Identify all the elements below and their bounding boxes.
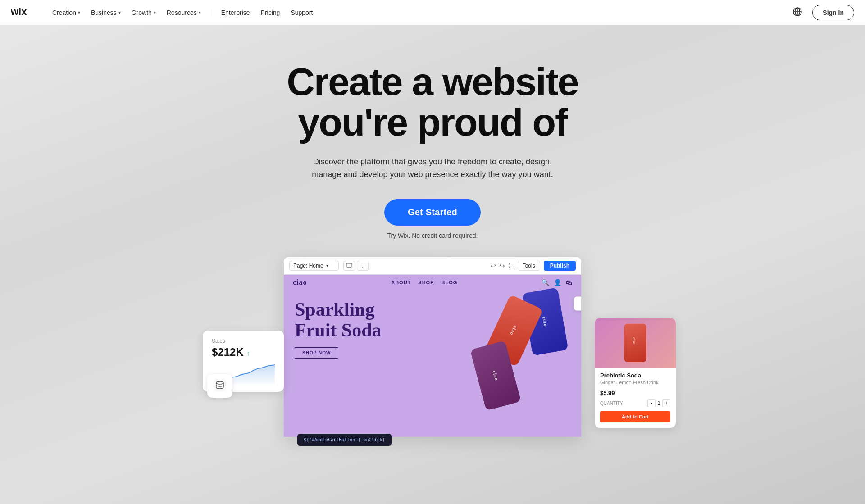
view-buttons (343, 261, 369, 271)
hero-note: Try Wix. No credit card required. (387, 232, 478, 239)
url-bar: 🔒 https://www.ciaodrinks.com (574, 296, 581, 311)
cart-icon: 🛍 (566, 279, 572, 286)
preview-nav-icons: 🔍 👤 🛍 (542, 279, 572, 286)
database-icon-card (207, 374, 232, 398)
preview-nav-links: ABOUT SHOP BLOG (391, 280, 457, 285)
product-name: Prebiotic Soda (600, 372, 670, 379)
chevron-down-icon: ▾ (118, 10, 121, 15)
nav-right: Sign In (790, 4, 854, 21)
quantity-minus-button[interactable]: - (647, 399, 656, 407)
product-image: ciao (595, 318, 676, 368)
nav-item-enterprise[interactable]: Enterprise (217, 6, 255, 19)
chevron-down-icon: ▾ (154, 10, 156, 15)
cans-decoration: ciao ciao ciao (442, 286, 577, 437)
lock-icon: 🔒 (580, 301, 581, 307)
product-price: $5.99 (595, 390, 676, 396)
hero-subtitle: Discover the platform that gives you the… (311, 155, 554, 182)
nav-item-growth[interactable]: Growth ▾ (127, 6, 160, 19)
nav-item-business[interactable]: Business ▾ (86, 6, 125, 19)
preview-logo: ciao (293, 278, 307, 286)
fullscreen-button[interactable]: ⛶ (509, 263, 514, 269)
browser-mockup-wrapper: Sales $212K ↑ (0, 257, 865, 437)
desktop-view-button[interactable] (343, 261, 355, 271)
add-to-cart-button[interactable]: Add to Cart (600, 411, 670, 422)
quantity-value: 1 (657, 400, 660, 406)
preview-shop-button: SHOP NOW (295, 347, 338, 359)
website-preview: ciao ABOUT SHOP BLOG 🔍 👤 🛍 (284, 275, 581, 437)
sales-value: $212K ↑ (212, 346, 275, 359)
mobile-view-button[interactable] (357, 261, 369, 271)
product-description: Ginger Lemon Fresh Drink (600, 380, 670, 385)
preview-headline: Sparkling Fruit Soda (295, 299, 407, 341)
hero-section: Create a website you're proud of Discove… (0, 25, 865, 504)
chevron-down-icon: ▾ (199, 10, 201, 15)
sign-in-button[interactable]: Sign In (812, 5, 854, 20)
quantity-plus-button[interactable]: + (662, 399, 670, 407)
page-selector[interactable]: Page: Home ▾ (289, 261, 339, 271)
hero-title: Create a website you're proud of (287, 61, 578, 143)
language-selector-button[interactable] (790, 4, 805, 21)
sales-trend-icon: ↑ (246, 350, 250, 357)
search-icon: 🔍 (542, 279, 549, 286)
chevron-down-icon: ▾ (78, 10, 80, 15)
browser-frame: Page: Home ▾ ↩ ↪ (284, 257, 581, 437)
wix-logo[interactable]: wix (11, 7, 33, 18)
nav-item-resources[interactable]: Resources ▾ (162, 6, 205, 19)
publish-button[interactable]: Publish (544, 261, 576, 271)
product-can-mini: ciao (624, 324, 646, 362)
nav-main-items: Creation ▾ Business ▾ Growth ▾ Resources… (48, 6, 790, 19)
preview-nav-about: ABOUT (391, 280, 411, 285)
quantity-controls: - 1 + (647, 399, 670, 407)
user-icon: 👤 (554, 279, 561, 286)
sales-label: Sales (212, 338, 275, 344)
nav-item-support[interactable]: Support (286, 6, 317, 19)
nav-item-creation[interactable]: Creation ▾ (48, 6, 85, 19)
chevron-down-icon: ▾ (326, 263, 328, 268)
redo-button[interactable]: ↪ (500, 262, 505, 269)
svg-rect-7 (346, 263, 352, 267)
navbar: wix Creation ▾ Business ▾ Growth ▾ Resou… (0, 0, 865, 25)
quantity-label: QUANTITY (600, 401, 623, 406)
browser-toolbar: Page: Home ▾ ↩ ↪ (284, 257, 581, 275)
nav-item-pricing[interactable]: Pricing (256, 6, 285, 19)
preview-nav-blog: BLOG (442, 280, 458, 285)
product-card: ciao Prebiotic Soda Ginger Lemon Fresh D… (595, 318, 676, 428)
svg-rect-5 (214, 379, 226, 391)
undo-button[interactable]: ↩ (491, 262, 496, 269)
get-started-button[interactable]: Get Started (384, 199, 481, 226)
svg-text:wix: wix (11, 7, 27, 17)
code-snippet: ${"#AddToCartButton").onClick( (297, 434, 392, 446)
browser-actions: ↩ ↪ ⛶ Tools Publish (491, 261, 576, 271)
product-info: Prebiotic Soda Ginger Lemon Fresh Drink (595, 368, 676, 387)
nav-divider (211, 8, 211, 18)
preview-nav-shop: SHOP (418, 280, 434, 285)
preview-content: Sparkling Fruit Soda SHOP NOW ciao ciao (284, 290, 581, 367)
tools-button[interactable]: Tools (518, 261, 540, 271)
product-quantity-row: QUANTITY - 1 + (595, 396, 676, 407)
